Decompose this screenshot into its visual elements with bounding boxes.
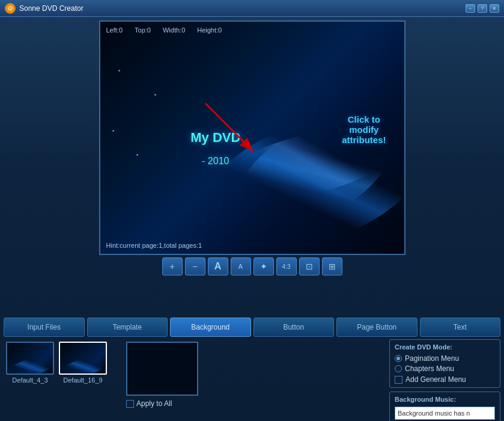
text-small-button[interactable]: A xyxy=(231,257,251,275)
effect-button[interactable]: ✦ xyxy=(254,257,274,275)
click-hint[interactable]: Click to modify attributes! xyxy=(342,114,386,145)
coord-left: Left:0 xyxy=(106,26,123,34)
thumbnail-item-default-4-3[interactable]: Default_4_3 xyxy=(6,342,54,384)
preview-canvas[interactable]: Left:0 Top:0 Width:0 Height:0 My DVD - 2… xyxy=(99,20,405,255)
preview-hint: Hint:current page:1,total pages:1 xyxy=(106,242,202,249)
star-dot xyxy=(118,70,120,72)
apply-all-checkbox[interactable] xyxy=(126,400,134,408)
bottom-panel: Default_4_3 Default_16_9 Apply to All xyxy=(4,339,500,417)
fullscreen-button[interactable]: ⊞ xyxy=(322,257,342,275)
general-menu-row: Add General Menu xyxy=(395,375,495,384)
background-music-title: Background Music: xyxy=(395,396,495,403)
thumb-swirl xyxy=(7,348,53,373)
ratio-button[interactable]: 4:3 xyxy=(276,257,297,275)
chapters-label: Chapters Menu xyxy=(405,364,454,373)
window-controls: − ? ✕ xyxy=(466,4,499,13)
thumbnail-list: Default_4_3 Default_16_9 xyxy=(4,339,109,386)
tab-background[interactable]: Background xyxy=(170,318,251,337)
remove-element-button[interactable]: − xyxy=(185,257,205,275)
tab-input-files[interactable]: Input Files xyxy=(4,318,85,337)
tab-bar: Input Files Template Background Button P… xyxy=(4,318,500,337)
background-music-input[interactable] xyxy=(395,407,495,420)
thumbnail-item-default-16-9[interactable]: Default_16_9 xyxy=(59,342,107,384)
text-large-button[interactable]: A xyxy=(208,257,228,275)
title-bar: ⊙ Sonne DVD Creator − ? ✕ xyxy=(0,0,504,17)
radio-row-chapters: Chapters Menu xyxy=(395,364,495,373)
close-button[interactable]: ✕ xyxy=(490,4,499,13)
radio-chapters[interactable] xyxy=(395,365,402,372)
thumbnail-label-default-4-3: Default_4_3 xyxy=(12,376,47,384)
thumbnail-label-default-16-9: Default_16_9 xyxy=(63,376,102,384)
radio-pagination[interactable] xyxy=(395,355,402,362)
minimize-button[interactable]: − xyxy=(466,4,475,13)
thumbnail-inner-2 xyxy=(60,343,106,373)
empty-preview-box xyxy=(126,342,198,396)
background-music-group: Background Music: xyxy=(389,392,500,421)
preview-inner: Left:0 Top:0 Width:0 Height:0 My DVD - 2… xyxy=(100,22,404,254)
pagination-label: Pagination Menu xyxy=(405,354,459,363)
apply-all-row: Apply to All xyxy=(126,399,172,408)
right-panel: Create DVD Mode: Pagination Menu Chapter… xyxy=(389,339,500,417)
preview-extra: Apply to All xyxy=(114,339,198,417)
dvd-title[interactable]: My DVD xyxy=(190,130,240,146)
tab-page-button[interactable]: Page Button xyxy=(336,318,417,337)
general-menu-checkbox[interactable] xyxy=(395,376,402,384)
add-element-button[interactable]: + xyxy=(162,257,183,275)
tab-template[interactable]: Template xyxy=(87,318,168,337)
tab-text[interactable]: Text xyxy=(420,318,501,337)
thumbnail-inner xyxy=(7,343,53,373)
preview-coords: Left:0 Top:0 Width:0 Height:0 xyxy=(106,26,222,34)
dvd-subtitle[interactable]: - 2010 xyxy=(202,156,229,167)
thumbnail-default-16-9[interactable] xyxy=(59,342,107,375)
main-content: Left:0 Top:0 Width:0 Height:0 My DVD - 2… xyxy=(0,17,504,421)
app-icon: ⊙ xyxy=(5,3,16,14)
radio-row-pagination: Pagination Menu xyxy=(395,354,495,363)
star-dot xyxy=(136,154,138,156)
preview-area: Left:0 Top:0 Width:0 Height:0 My DVD - 2… xyxy=(4,20,500,313)
dvd-mode-title: Create DVD Mode: xyxy=(395,343,495,351)
coord-width: Width:0 xyxy=(163,26,185,34)
apply-all-label: Apply to All xyxy=(136,399,172,408)
general-menu-label: Add General Menu xyxy=(405,375,466,384)
tab-button[interactable]: Button xyxy=(254,318,335,337)
preview-button[interactable]: ⊡ xyxy=(299,257,320,275)
thumbnail-section: Default_4_3 Default_16_9 xyxy=(4,339,109,417)
app-title: Sonne DVD Creator xyxy=(19,4,466,13)
thumb-swirl-2 xyxy=(60,348,106,373)
coord-height: Height:0 xyxy=(197,26,222,34)
coord-top: Top:0 xyxy=(135,26,151,34)
dvd-mode-group: Create DVD Mode: Pagination Menu Chapter… xyxy=(389,339,500,388)
help-button[interactable]: ? xyxy=(478,4,487,13)
preview-toolbar: + − A A ✦ 4:3 ⊡ ⊞ xyxy=(162,257,342,275)
star-dot xyxy=(154,94,156,96)
star-dot xyxy=(112,130,114,132)
thumbnail-default-4-3[interactable] xyxy=(6,342,54,375)
